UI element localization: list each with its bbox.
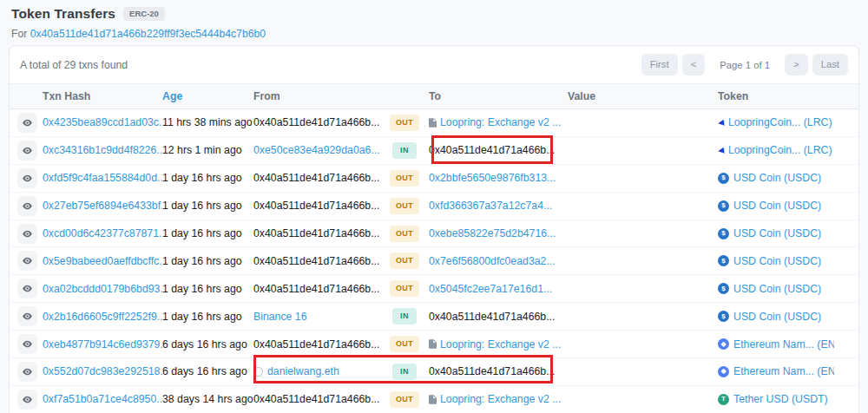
direction-badge: OUT (390, 252, 419, 269)
token-link[interactable]: $ USD Coin (USDC) (718, 172, 821, 184)
to-address[interactable]: Loopring: Exchange v2 ... (440, 116, 561, 128)
eye-icon (22, 394, 33, 405)
from-address: 0x40a511de41d71a466b... (253, 393, 379, 405)
age-text: 1 day 16 hrs ago (162, 200, 242, 212)
preview-eye-button[interactable] (17, 362, 37, 382)
age-text: 11 hrs 38 mins ago (162, 116, 253, 128)
direction-badge: OUT (390, 336, 419, 352)
table-body: 0x4235bea89ccd1ad03c... 11 hrs 38 mins a… (10, 109, 858, 413)
token-link[interactable]: $ USD Coin (USDC) (718, 200, 821, 212)
table-row: 0xcd00d6c42377c87871... 1 day 16 hrs ago… (10, 220, 858, 248)
eye-icon (22, 283, 33, 294)
txn-hash-link[interactable]: 0xf7a51b0a71ce4c8950... (43, 393, 162, 405)
token-link[interactable]: T Tether USD (USDT) (718, 393, 828, 405)
eye-icon (22, 173, 33, 184)
column-header-value: Value (568, 90, 718, 102)
to-address[interactable]: 0x5045fc2ee7a17e16d1... (429, 283, 552, 295)
pagination-first-button[interactable]: First (641, 54, 678, 75)
token-name: Ethereum Nam... (ENS) (733, 338, 834, 351)
preview-eye-button[interactable] (17, 251, 37, 271)
token-name: USD Coin (USDC) (733, 311, 821, 323)
token-name: USD Coin (USDC) (733, 200, 821, 212)
token-link[interactable]: ◀ LoopringCoin... (LRC) (718, 116, 832, 128)
pagination-last-button[interactable]: Last (812, 54, 848, 75)
total-txns-text: A total of 29 txns found (20, 59, 128, 71)
token-link[interactable]: $ USD Coin (USDC) (718, 227, 821, 239)
txn-hash-link[interactable]: 0xa02bcddd0179b6bd93... (43, 283, 162, 295)
preview-eye-button[interactable] (17, 390, 37, 410)
from-address: 0x40a511de41d71a466b... (253, 172, 379, 184)
txn-hash-link[interactable]: 0x5e9babeed0aeffdbcffc... (43, 255, 162, 267)
preview-eye-button[interactable] (17, 334, 37, 354)
to-address[interactable]: 0x7e6f56800dfc0ead3a2... (429, 255, 556, 267)
table-row: 0x4235bea89ccd1ad03c... 11 hrs 38 mins a… (10, 109, 858, 137)
subtitle: For 0x40a511de41d71a466b229ff9f3ec5444b4… (11, 28, 868, 40)
token-icon: $ (718, 200, 729, 212)
age-text: 1 day 16 hrs ago (162, 283, 242, 295)
token-link[interactable]: ◀ LoopringCoin... (LRC) (718, 144, 832, 156)
txn-hash-link[interactable]: 0xcd00d6c42377c87871... (43, 227, 162, 239)
txn-hash-link[interactable]: 0x27eb75ef6894e6433bf... (43, 200, 162, 212)
table-row: 0xa02bcddd0179b6bd93... 1 day 16 hrs ago… (10, 275, 858, 303)
token-name: Tether USD (USDT) (733, 393, 828, 405)
txn-hash-link[interactable]: 0x552d07dc983e292518... (43, 365, 162, 377)
to-address[interactable]: 0xfd366367a37a12c7a4... (429, 200, 552, 212)
to-address[interactable]: 0x2bbfe5650e9876fb313... (429, 172, 556, 184)
token-standard-badge: ERC-20 (123, 7, 165, 21)
txn-hash-link[interactable]: 0x4235bea89ccd1ad03c... (43, 116, 162, 128)
from-address[interactable]: Binance 16 (253, 311, 307, 323)
token-icon: ◆ (718, 338, 729, 350)
token-link[interactable]: $ USD Coin (USDC) (718, 311, 821, 323)
preview-eye-button[interactable] (17, 279, 37, 298)
txn-hash-link[interactable]: 0xfd5f9c4faa155884d0d... (43, 172, 162, 184)
eye-icon (22, 338, 33, 350)
direction-badge: OUT (390, 280, 419, 297)
eye-icon (22, 117, 33, 128)
token-icon: $ (718, 311, 729, 322)
txn-hash-link[interactable]: 0x2b16d6605c9ff2252f9... (43, 311, 162, 323)
txn-hash-link[interactable]: 0xeb4877b914c6ed9379... (43, 338, 162, 351)
column-header-age[interactable]: Age (162, 90, 182, 102)
preview-eye-button[interactable] (17, 196, 37, 216)
token-link[interactable]: ◆ Ethereum Nam... (ENS) (718, 365, 834, 377)
direction-badge: OUT (390, 226, 419, 242)
token-icon: ◀ (718, 146, 725, 155)
to-address[interactable]: Loopring: Exchange v2 ... (440, 393, 561, 405)
token-link[interactable]: $ USD Coin (USDC) (718, 283, 821, 295)
token-link[interactable]: ◆ Ethereum Nam... (ENS) (718, 338, 834, 351)
preview-eye-button[interactable] (17, 306, 37, 326)
age-text: 1 day 16 hrs ago (162, 172, 242, 184)
preview-eye-button[interactable] (17, 168, 37, 188)
token-icon: $ (718, 255, 729, 266)
preview-eye-button[interactable] (17, 113, 37, 133)
txn-hash-link[interactable]: 0xc34316b1c9dd4f8226... (43, 144, 162, 156)
to-address[interactable]: 0xebe85822e75d2b4716... (429, 227, 556, 239)
to-address[interactable]: Loopring: Exchange v2 ... (440, 338, 561, 351)
preview-eye-button[interactable] (17, 224, 37, 244)
token-name: LoopringCoin... (LRC) (728, 116, 832, 128)
ens-avatar-icon (253, 367, 263, 377)
from-address[interactable]: danielwang.eth (267, 365, 339, 377)
token-icon: $ (718, 283, 729, 294)
token-name: USD Coin (USDC) (733, 227, 821, 239)
table-row: 0x2b16d6605c9ff2252f9... 1 day 16 hrs ag… (10, 303, 858, 331)
pagination-next-button[interactable]: > (785, 54, 808, 75)
holder-address-link[interactable]: 0x40a511de41d71a466b229ff9f3ec5444b4c7b6… (30, 28, 266, 40)
direction-badge: IN (392, 364, 417, 380)
from-address[interactable]: 0xe50ce83e4a929da0a6... (253, 144, 380, 156)
pagination-page-label: Page 1 of 1 (709, 54, 780, 76)
contract-doc-icon (429, 339, 437, 349)
eye-icon (22, 145, 33, 156)
token-icon: $ (718, 173, 729, 184)
age-text: 1 day 16 hrs ago (162, 227, 242, 239)
from-address: 0x40a511de41d71a466b... (253, 200, 379, 212)
table-header-row: Txn Hash Age From To Value Token (10, 83, 858, 109)
direction-badge: OUT (390, 170, 419, 187)
direction-badge: IN (392, 308, 417, 324)
pagination-prev-button[interactable]: < (682, 54, 706, 75)
age-text: 6 days 16 hrs ago (162, 338, 247, 351)
token-link[interactable]: $ USD Coin (USDC) (718, 255, 821, 267)
table-row: 0xc34316b1c9dd4f8226... 12 hrs 1 min ago… (10, 137, 858, 165)
table-row: 0x552d07dc983e292518... 6 days 16 hrs ag… (10, 358, 858, 386)
preview-eye-button[interactable] (17, 141, 37, 161)
